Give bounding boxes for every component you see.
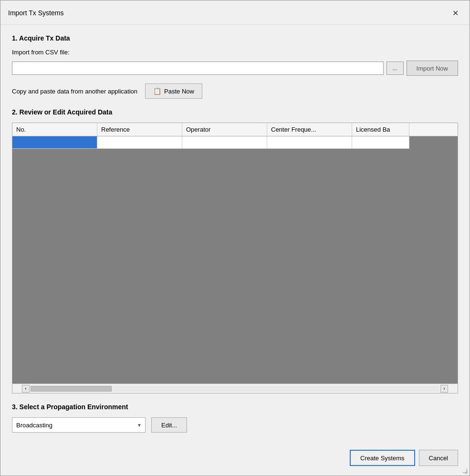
close-button[interactable]: ✕: [449, 6, 462, 20]
table-body: [12, 136, 458, 383]
section-3-title: 3. Select a Propagation Environment: [12, 403, 458, 411]
col-header-no: No.: [12, 123, 97, 136]
paste-icon: 📋: [153, 87, 161, 95]
propagation-select-wrapper: Broadcasting Free Space Urban Suburban R…: [12, 417, 146, 433]
paste-now-button[interactable]: 📋 Paste Now: [145, 83, 202, 99]
import-file-row: ... Import Now: [12, 61, 458, 76]
csv-file-input[interactable]: [12, 62, 384, 75]
cell-no[interactable]: [12, 136, 97, 149]
resize-handle[interactable]: [462, 468, 468, 474]
create-systems-button[interactable]: Create Systems: [350, 450, 415, 466]
dialog-content: 1. Acquire Tx Data Import from CSV file:…: [0, 25, 470, 442]
import-label: Import from CSV file:: [12, 49, 458, 56]
cell-freq[interactable]: [267, 136, 352, 149]
empty-area: [12, 149, 458, 383]
data-table: No. Reference Operator Center Freque... …: [12, 123, 458, 393]
import-now-button[interactable]: Import Now: [407, 61, 458, 76]
cell-lic[interactable]: [352, 136, 409, 149]
import-tx-dialog: Import Tx Systems ✕ 1. Acquire Tx Data I…: [0, 0, 470, 476]
section-1-title: 1. Acquire Tx Data: [12, 34, 458, 42]
horizontal-scrollbar[interactable]: ‹ ›: [12, 383, 458, 393]
col-header-reference: Reference: [97, 123, 182, 136]
import-row: Import from CSV file: ... Import Now: [12, 49, 458, 76]
col-header-freq: Center Freque...: [267, 123, 352, 136]
cancel-button[interactable]: Cancel: [419, 450, 458, 466]
footer: Create Systems Cancel: [0, 442, 470, 476]
col-header-licensed: Licensed Ba: [352, 123, 409, 136]
cell-ref[interactable]: [97, 136, 182, 149]
propagation-select[interactable]: Broadcasting Free Space Urban Suburban R…: [12, 417, 146, 433]
section-1: 1. Acquire Tx Data Import from CSV file:…: [12, 34, 458, 99]
title-bar: Import Tx Systems ✕: [0, 0, 470, 25]
table-row[interactable]: [12, 136, 458, 149]
cell-op[interactable]: [182, 136, 267, 149]
dialog-title: Import Tx Systems: [8, 9, 63, 17]
section-3: 3. Select a Propagation Environment Broa…: [12, 403, 458, 433]
col-header-operator: Operator: [182, 123, 267, 136]
section-2-title: 2. Review or Edit Acquired Data: [12, 108, 458, 116]
scroll-right-button[interactable]: ›: [440, 385, 448, 393]
scroll-track[interactable]: [31, 386, 439, 392]
edit-button[interactable]: Edit...: [151, 417, 187, 433]
section-2: 2. Review or Edit Acquired Data No. Refe…: [12, 108, 458, 393]
paste-label: Copy and paste data from another applica…: [12, 88, 137, 95]
propagation-row: Broadcasting Free Space Urban Suburban R…: [12, 417, 458, 433]
paste-now-label: Paste Now: [164, 88, 194, 95]
scroll-thumb[interactable]: [31, 386, 112, 392]
table-header: No. Reference Operator Center Freque... …: [12, 123, 458, 136]
scroll-left-button[interactable]: ‹: [22, 385, 30, 393]
browse-button[interactable]: ...: [386, 62, 404, 75]
paste-row: Copy and paste data from another applica…: [12, 83, 458, 99]
